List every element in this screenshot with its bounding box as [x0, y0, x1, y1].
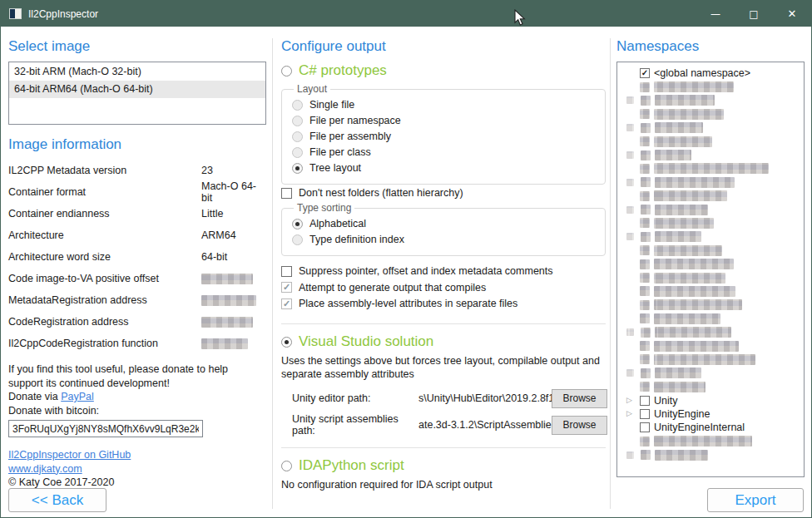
namespace-item-redacted[interactable] [626, 312, 800, 325]
info-row: CodeRegistration address [8, 311, 266, 333]
radio-icon[interactable] [281, 66, 292, 76]
idapython-description: No configuration required for IDA script… [281, 478, 607, 491]
visual-studio-solution-label: Visual Studio solution [299, 333, 433, 350]
unity-editor-path-value[interactable]: s\Unity\Hub\Editor\2019.2.8f1 [418, 392, 552, 404]
unity-script-assemblies-path-label: Unity script assemblies path: [292, 413, 418, 437]
maximize-icon[interactable]: □ [735, 1, 773, 27]
namespace-item-redacted[interactable] [626, 107, 800, 121]
donate-via-label: Donate via [8, 391, 61, 402]
radio-icon[interactable] [292, 116, 303, 126]
type-sorting-label: Alphabetical [309, 218, 366, 229]
redacted-label [655, 122, 703, 133]
type-sorting-option[interactable]: Type definition index [292, 232, 597, 247]
output-option-checkbox[interactable]: ✓Attempt to generate output that compile… [281, 280, 607, 295]
namespace-item[interactable]: ▷UnityEngine [626, 407, 800, 421]
radio-icon[interactable] [292, 234, 303, 245]
minimize-icon[interactable]: — [696, 1, 735, 27]
checkbox-icon[interactable]: ✓ [281, 282, 292, 293]
redacted-checkbox [641, 368, 651, 378]
redacted-checkbox [640, 136, 650, 146]
visual-studio-solution-radio[interactable]: Visual Studio solution [281, 333, 607, 351]
namespace-item-redacted[interactable] [626, 325, 800, 338]
redacted-checkbox [640, 437, 650, 446]
export-button[interactable]: Export [707, 488, 804, 512]
image-list-item[interactable]: 64-bit ARM64 (Mach-O 64-bit) [9, 81, 265, 98]
csharp-prototypes-radio[interactable]: C# prototypes [281, 62, 607, 80]
expander-icon[interactable]: ▷ [626, 396, 636, 405]
type-sorting-label: Type definition index [309, 234, 404, 245]
radio-icon[interactable] [292, 100, 303, 111]
namespace-item-redacted[interactable] [626, 271, 800, 284]
column-divider-left [272, 38, 273, 509]
namespace-item-redacted[interactable] [626, 244, 800, 257]
output-option-checkbox[interactable]: ✓Place assembly-level attributes in sepa… [281, 296, 607, 311]
namespace-item-redacted[interactable] [626, 162, 800, 175]
namespace-item-redacted[interactable] [626, 380, 800, 393]
close-icon[interactable]: ✕ [773, 1, 811, 27]
namespace-item-redacted[interactable] [626, 121, 800, 135]
type-sorting-option[interactable]: Alphabetical [292, 216, 597, 231]
namespaces-list[interactable]: ✓<global namespace>▷Unity▷UnityEngineUni… [616, 62, 805, 477]
idapython-script-radio[interactable]: IDAPython script [281, 456, 607, 475]
website-link[interactable]: www.djkaty.com [8, 463, 82, 475]
namespace-item-redacted[interactable] [626, 94, 800, 107]
radio-icon[interactable] [292, 219, 303, 229]
radio-icon[interactable] [281, 337, 292, 348]
namespace-item-redacted[interactable] [626, 230, 800, 244]
layout-option[interactable]: Tree layout [292, 160, 597, 175]
image-list[interactable]: 32-bit ARM (Mach-O 32-bit)64-bit ARM64 (… [8, 62, 266, 125]
checkbox-icon[interactable] [281, 266, 292, 277]
checkbox-icon[interactable] [640, 422, 650, 432]
redacted-checkbox [640, 164, 650, 174]
namespace-item-redacted[interactable] [626, 284, 800, 298]
namespace-item[interactable]: ▷Unity [626, 393, 800, 407]
namespace-item-redacted[interactable] [626, 135, 800, 148]
namespace-item-redacted[interactable] [626, 203, 800, 216]
image-information-header: Image information [8, 136, 266, 153]
namespace-item-redacted[interactable] [626, 216, 800, 229]
namespace-item[interactable]: UnityEngineInternal [626, 421, 800, 434]
layout-option[interactable]: File per class [292, 145, 597, 160]
redacted-checkbox [641, 205, 651, 215]
checkbox-icon[interactable] [281, 188, 292, 199]
browse-editor-path-button[interactable]: Browse [552, 389, 607, 408]
checkbox-icon[interactable] [640, 409, 650, 419]
info-key: Architecture word size [8, 251, 111, 263]
namespace-item-redacted[interactable] [626, 339, 800, 353]
info-row: MetadataRegistration address [8, 289, 266, 311]
namespace-item[interactable]: ✓<global namespace> [626, 67, 800, 80]
flatten-hierarchy-checkbox[interactable]: Don't nest folders (flatten hierarchy) [281, 185, 607, 200]
github-link[interactable]: Il2CppInspector on GitHub [8, 449, 131, 461]
image-list-item[interactable]: 32-bit ARM (Mach-O 32-bit) [9, 63, 265, 81]
checkbox-icon[interactable] [640, 396, 650, 406]
checkbox-icon[interactable]: ✓ [640, 68, 650, 78]
namespace-item-redacted[interactable] [626, 448, 800, 461]
type-sorting-groupbox: Type sorting AlphabeticalType definition… [281, 202, 606, 256]
namespace-item-redacted[interactable] [626, 190, 800, 203]
namespace-item-redacted[interactable] [626, 367, 800, 380]
namespace-item-redacted[interactable] [626, 298, 800, 312]
unity-script-assemblies-path-value[interactable]: ate.3d-3.1.2\ScriptAssemblies [418, 419, 552, 431]
back-button[interactable]: << Back [8, 488, 106, 512]
namespace-item-redacted[interactable] [626, 80, 800, 93]
namespace-item-redacted[interactable] [626, 353, 800, 366]
expander-icon[interactable]: ▷ [626, 409, 636, 418]
radio-icon[interactable] [292, 131, 303, 142]
output-option-checkbox[interactable]: Suppress pointer, offset and index metad… [281, 264, 607, 279]
namespace-item-redacted[interactable] [626, 257, 800, 270]
radio-icon[interactable] [292, 147, 303, 158]
layout-option[interactable]: File per namespace [292, 113, 597, 128]
checkbox-icon[interactable]: ✓ [281, 298, 292, 309]
layout-option[interactable]: Single file [292, 97, 597, 112]
layout-option[interactable]: File per assembly [292, 129, 597, 144]
bitcoin-address-field[interactable] [8, 420, 203, 437]
namespace-item-redacted[interactable] [626, 435, 800, 448]
namespace-item-redacted[interactable] [626, 148, 800, 161]
radio-icon[interactable] [292, 163, 303, 174]
browse-script-assemblies-button[interactable]: Browse [552, 416, 607, 435]
radio-icon[interactable] [281, 461, 292, 471]
redacted-label [655, 327, 731, 338]
paypal-link[interactable]: PayPal [61, 391, 94, 402]
layout-label: File per assembly [309, 131, 391, 142]
namespace-item-redacted[interactable] [626, 175, 800, 189]
